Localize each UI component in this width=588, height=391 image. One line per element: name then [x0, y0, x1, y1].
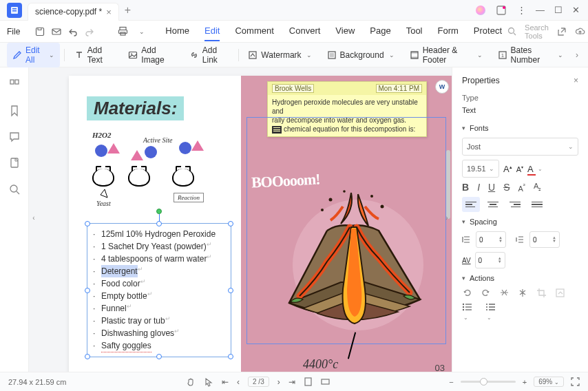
tab-protect[interactable]: Protect [474, 21, 502, 41]
comments-icon[interactable] [8, 131, 21, 143]
collapse-left-icon[interactable]: ‹ [30, 212, 37, 223]
word-export-badge[interactable]: W [435, 80, 449, 94]
align-right-button[interactable] [506, 197, 524, 212]
fonts-group[interactable]: Fonts [462, 124, 578, 132]
tab-comment[interactable]: Comment [235, 21, 273, 41]
print-icon[interactable] [118, 26, 128, 36]
bold-button[interactable]: B [462, 182, 469, 193]
maximize-button[interactable]: ☐ [554, 5, 563, 15]
tab-edit[interactable]: Edit [204, 21, 220, 41]
actions-group[interactable]: Actions [462, 274, 578, 282]
add-image-button[interactable]: Add Image [123, 43, 179, 67]
kebab-menu-icon[interactable]: ⋮ [517, 5, 526, 15]
tab-page[interactable]: Page [370, 21, 390, 41]
underline-button[interactable]: U [488, 182, 495, 193]
italic-button[interactable]: I [477, 182, 480, 193]
zoom-value[interactable]: 69% ⌄ [534, 377, 564, 387]
resize-handle[interactable] [228, 221, 233, 226]
document-tab[interactable]: science-copy.pdf * × [28, 3, 119, 21]
spacing-group[interactable]: Spacing [462, 218, 578, 226]
resize-handle[interactable] [85, 221, 90, 226]
bullet-list-icon[interactable]: ⌄ [462, 302, 473, 321]
share-icon[interactable] [557, 27, 567, 36]
decrease-font-icon[interactable]: A▾ [516, 165, 523, 173]
close-properties-icon[interactable]: × [574, 76, 578, 85]
flip-horizontal-icon[interactable] [518, 288, 528, 298]
background-button[interactable]: Background⌄ [322, 47, 400, 63]
scrollbar-thumb[interactable] [446, 150, 450, 219]
collapse-right-icon[interactable]: › [443, 212, 450, 223]
align-justify-button[interactable] [528, 197, 546, 212]
hand-tool-icon[interactable] [186, 377, 196, 387]
prev-page-icon[interactable]: ‹ [237, 377, 240, 387]
next-page-icon[interactable]: › [277, 377, 280, 387]
add-link-button[interactable]: Add Link [184, 43, 234, 67]
materials-textblock[interactable]: ·125ml 10% Hydrogen Peroxide ·1 Sachet D… [87, 223, 231, 357]
search-panel-icon[interactable] [8, 183, 21, 196]
align-left-button[interactable] [462, 197, 480, 212]
resize-handle[interactable] [85, 288, 90, 293]
search-tools-label[interactable]: Search Tools [525, 23, 549, 40]
cloud-icon[interactable] [575, 27, 585, 36]
select-tool-icon[interactable] [204, 377, 213, 387]
close-tab-icon[interactable]: × [106, 7, 112, 17]
font-size-select[interactable]: 19.51⌄ [462, 160, 499, 178]
undo-icon[interactable] [68, 27, 78, 36]
tab-form[interactable]: Form [438, 21, 459, 41]
thumbnails-icon[interactable] [8, 78, 21, 91]
minimize-button[interactable]: — [536, 5, 545, 15]
close-window-button[interactable]: ✕ [572, 5, 580, 15]
save-icon[interactable] [35, 27, 45, 36]
superscript-button[interactable]: A² [518, 182, 525, 193]
line-spacing-input[interactable]: 0▲▼ [476, 231, 506, 248]
print-dropdown-icon[interactable]: ⌄ [139, 28, 145, 35]
theme-icon[interactable] [476, 6, 485, 15]
subscript-button[interactable]: A₂ [534, 182, 541, 192]
font-family-select[interactable]: Jost⌄ [462, 138, 578, 156]
replace-icon[interactable] [555, 288, 565, 298]
numbered-list-icon[interactable]: ⌄ [485, 302, 496, 321]
header-footer-button[interactable]: Header & Footer⌄ [404, 43, 488, 67]
add-text-button[interactable]: Add Text [69, 43, 119, 67]
font-color-icon[interactable]: A [527, 164, 534, 174]
zoom-slider-thumb[interactable] [480, 378, 487, 385]
strikethrough-button[interactable]: S [503, 182, 510, 193]
resize-handle[interactable] [228, 354, 233, 359]
tab-view[interactable]: View [335, 21, 355, 41]
fit-page-icon[interactable] [304, 377, 313, 386]
canvas[interactable]: ‹ Materials: H2O2 Active Site [29, 67, 452, 372]
resize-handle[interactable] [156, 354, 162, 359]
watermark-button[interactable]: Watermark⌄ [242, 47, 317, 63]
bates-number-button[interactable]: 1 Bates Number⌄ [492, 43, 569, 67]
char-spacing-input[interactable]: 0▲▼ [475, 252, 505, 268]
bookmarks-icon[interactable] [8, 105, 21, 117]
tab-home[interactable]: Home [165, 21, 189, 41]
tab-tool[interactable]: Tool [406, 21, 423, 41]
para-spacing-input[interactable]: 0▲▼ [529, 231, 560, 248]
edit-all-button[interactable]: Edit All⌄ [7, 43, 60, 67]
rotate-right-icon[interactable] [481, 288, 491, 298]
crop-icon[interactable] [536, 288, 547, 298]
page-indicator[interactable]: 2 /3 [248, 377, 269, 387]
flip-vertical-icon[interactable] [499, 288, 510, 298]
resize-handle[interactable] [85, 354, 90, 359]
attachments-icon[interactable] [8, 157, 21, 169]
rotate-left-icon[interactable] [462, 288, 472, 298]
zoom-slider[interactable] [461, 381, 516, 383]
resize-handle[interactable] [228, 288, 233, 293]
search-icon[interactable] [507, 27, 516, 36]
fullscreen-icon[interactable] [571, 377, 580, 386]
rotate-handle[interactable] [156, 209, 162, 214]
resize-handle[interactable] [156, 221, 162, 226]
file-menu[interactable]: File [7, 27, 20, 36]
last-page-icon[interactable]: ⇥ [288, 377, 295, 387]
notification-icon[interactable] [495, 4, 507, 17]
align-center-button[interactable] [484, 197, 502, 212]
zoom-in-icon[interactable]: + [523, 378, 527, 386]
first-page-icon[interactable]: ⇤ [222, 377, 229, 387]
redo-icon[interactable] [85, 27, 94, 36]
mail-icon[interactable] [52, 27, 61, 36]
toolbar-more-icon[interactable]: › [573, 47, 581, 63]
new-tab-button[interactable]: + [125, 4, 131, 17]
zoom-out-icon[interactable]: − [449, 378, 453, 386]
